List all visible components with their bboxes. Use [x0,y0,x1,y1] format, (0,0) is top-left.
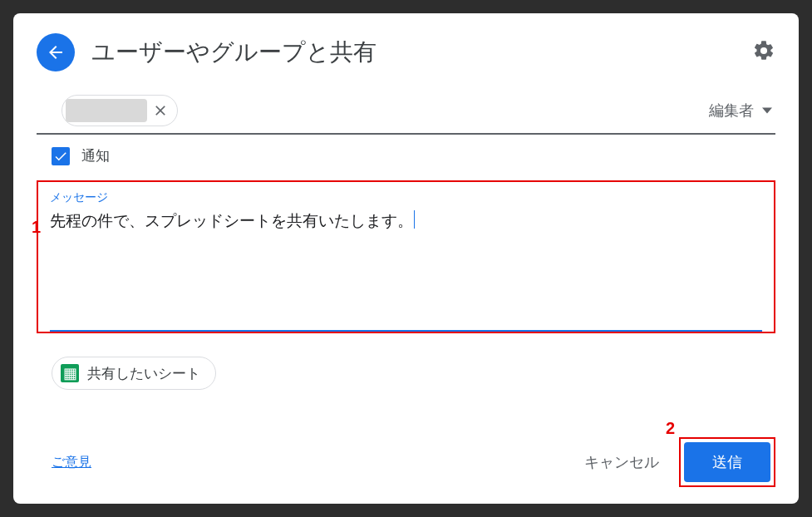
notify-row: 通知 [37,146,775,165]
role-label: 編集者 [709,101,754,121]
remove-recipient-button[interactable] [150,101,170,121]
notify-checkbox[interactable] [52,147,70,165]
message-field-highlight: メッセージ 先程の件で、スプレッドシートを共有いたします。 [37,180,775,333]
attachment-chip[interactable]: ▦ 共有したいシート [52,357,216,390]
share-dialog: ユーザーやグループと共有 編集者 通知 1 メッセージ 先程の件で、スプ [13,13,799,504]
back-button[interactable] [37,33,75,71]
attachment-name: 共有したいシート [87,364,200,383]
footer-buttons: キャンセル 2 送信 [578,437,775,487]
recipients-list [62,95,178,126]
cancel-button[interactable]: キャンセル [578,444,666,480]
caret-down-icon [762,106,772,116]
recipient-chip[interactable] [62,95,178,126]
annotation-marker-1: 1 [32,218,41,237]
close-icon [152,102,169,119]
sheets-icon: ▦ [61,364,79,382]
text-cursor [414,210,415,229]
notify-label: 通知 [81,146,110,165]
message-text: 先程の件で、スプレッドシートを共有いたします。 [50,212,413,229]
gear-icon [752,39,775,62]
send-button-highlight: 2 送信 [679,437,775,487]
dialog-footer: ご意見 キャンセル 2 送信 [37,437,775,487]
recipients-row: 編集者 [37,95,775,135]
message-label: メッセージ [50,190,762,205]
dialog-header: ユーザーやグループと共有 [37,33,775,71]
settings-button[interactable] [752,39,775,66]
check-icon [53,149,68,164]
dialog-title: ユーザーやグループと共有 [91,37,736,68]
send-button[interactable]: 送信 [684,442,770,482]
annotation-marker-2: 2 [666,419,675,438]
arrow-left-icon [46,42,66,62]
message-field[interactable]: メッセージ 先程の件で、スプレッドシートを共有いたします。 [50,190,762,332]
role-dropdown[interactable]: 編集者 [709,101,775,121]
feedback-link[interactable]: ご意見 [52,454,91,471]
recipient-name-redacted [66,99,147,122]
